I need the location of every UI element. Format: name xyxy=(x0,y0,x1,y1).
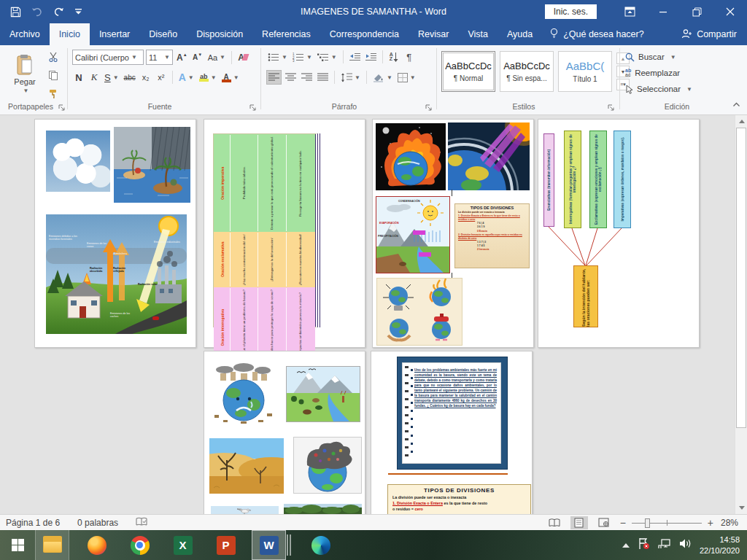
bullets-button[interactable]: ▼ xyxy=(266,50,289,64)
page-3[interactable]: CONDENSACIÓN EVAPORACIÓN PRECIPITACIÓN T… xyxy=(372,119,534,348)
bold-button[interactable]: N xyxy=(72,70,85,85)
start-button[interactable] xyxy=(0,530,35,560)
save-icon[interactable] xyxy=(10,7,21,18)
decrease-indent-button[interactable] xyxy=(348,50,362,64)
word-count[interactable]: 0 palabras xyxy=(69,518,127,528)
taskbar-chrome[interactable] xyxy=(123,530,157,560)
zoom-in-button[interactable]: + xyxy=(708,517,713,529)
find-button[interactable]: Buscar▼ xyxy=(625,50,676,64)
undo-icon[interactable] xyxy=(31,7,43,17)
tab-revisar[interactable]: Revisar xyxy=(409,23,458,45)
clear-formatting-button[interactable]: A xyxy=(236,50,249,65)
zoom-out-button[interactable]: − xyxy=(620,517,626,529)
restore-button[interactable] xyxy=(680,0,713,23)
vertical-scrollbar[interactable] xyxy=(735,115,747,514)
print-layout-button[interactable] xyxy=(570,516,588,529)
page-2[interactable]: Oración imperativa Prohibido talar árbol… xyxy=(204,119,365,348)
taskbar-powerpoint[interactable]: P xyxy=(209,530,243,560)
web-layout-button[interactable] xyxy=(595,516,613,529)
hidden-icons-chevron[interactable] xyxy=(622,543,630,548)
page-6[interactable]: Uno de los problemas ambientales más fue… xyxy=(371,351,533,514)
zoom-slider[interactable]: − + xyxy=(620,517,713,529)
taskbar-word[interactable]: W xyxy=(252,530,286,560)
numbering-button[interactable]: 123▼ xyxy=(291,50,314,64)
change-case-button[interactable]: Aa▼ xyxy=(206,50,227,65)
tab-correspondencia[interactable]: Correspondencia xyxy=(320,23,409,45)
line-spacing-button[interactable]: ▼ xyxy=(339,70,362,85)
taskbar-edge[interactable] xyxy=(303,530,338,560)
text-effects-button[interactable]: A▼ xyxy=(177,70,196,85)
paste-button[interactable]: Pegar ▼ xyxy=(4,48,45,99)
font-dialog-launcher[interactable] xyxy=(249,104,257,111)
scroll-down-button[interactable] xyxy=(735,502,747,514)
zoom-slider-thumb[interactable] xyxy=(645,518,650,528)
sign-in-button[interactable]: Inic. ses. xyxy=(545,4,597,19)
style-titulo-1[interactable]: AaBbC( Título 1 xyxy=(558,51,612,92)
tab-referencias[interactable]: Referencias xyxy=(252,23,320,45)
underline-button[interactable]: S▼ xyxy=(103,70,120,85)
clipboard-dialog-launcher[interactable] xyxy=(58,104,66,111)
align-right-button[interactable] xyxy=(300,70,314,85)
show-paragraph-marks-button[interactable]: ¶ xyxy=(403,50,416,64)
scroll-up-button[interactable] xyxy=(735,115,747,128)
tab-disposicion[interactable]: Disposición xyxy=(187,23,252,45)
ribbon-display-options-button[interactable] xyxy=(613,0,646,23)
tab-archivo[interactable]: Archivo xyxy=(0,23,50,45)
page-1[interactable]: Emisiones debidas a los incendios forest… xyxy=(34,119,196,348)
page-indicator[interactable]: Página 1 de 6 xyxy=(0,518,69,528)
taskbar-firefox[interactable] xyxy=(80,530,114,560)
customize-qat-icon[interactable] xyxy=(74,8,82,15)
paragraph-dialog-launcher[interactable] xyxy=(425,104,433,111)
justify-button[interactable] xyxy=(316,70,330,85)
volume-icon[interactable] xyxy=(679,538,692,552)
strikethrough-button[interactable]: abc xyxy=(123,70,137,85)
shrink-font-button[interactable]: A▼ xyxy=(191,50,204,65)
collapse-ribbon-button[interactable] xyxy=(732,101,740,108)
increase-indent-button[interactable] xyxy=(364,50,378,64)
network-icon[interactable] xyxy=(658,538,671,552)
tab-inicio[interactable]: Inicio xyxy=(50,23,90,45)
minimize-button[interactable] xyxy=(646,0,680,23)
replace-button[interactable]: abac Reemplazar xyxy=(625,66,680,80)
superscript-button[interactable]: x² xyxy=(155,70,168,85)
tab-ayuda[interactable]: Ayuda xyxy=(498,23,542,45)
shading-button[interactable]: ▼ xyxy=(371,70,394,85)
page-4[interactable]: Enunciativas (transmiten información) In… xyxy=(538,119,700,348)
tab-insertar[interactable]: Insertar xyxy=(90,23,139,45)
zoom-level[interactable]: 28% xyxy=(721,518,743,528)
multilevel-list-button[interactable]: ▼ xyxy=(316,50,338,64)
share-button[interactable]: Compartir xyxy=(697,29,737,39)
taskbar-file-explorer[interactable] xyxy=(35,530,69,560)
style-sin-espaciado[interactable]: AaBbCcDc ¶ Sin espa... xyxy=(500,51,554,92)
tell-me-box[interactable]: ¿Qué desea hacer? xyxy=(542,23,651,45)
notification-flag-icon[interactable] xyxy=(638,537,650,553)
font-name-combo[interactable]: Calibri (Cuerpo▼ xyxy=(72,50,144,65)
align-left-button[interactable] xyxy=(266,70,282,85)
subscript-button[interactable]: x₂ xyxy=(139,70,152,85)
highlight-button[interactable]: ab▼ xyxy=(198,70,218,85)
window-peek-separator xyxy=(290,534,291,556)
font-size-combo[interactable]: 11▼ xyxy=(146,50,173,65)
close-button[interactable] xyxy=(713,0,747,23)
copy-button[interactable] xyxy=(47,68,60,82)
cut-button[interactable] xyxy=(47,50,60,64)
taskbar-clock[interactable]: 14:58 22/10/2020 xyxy=(700,534,740,556)
italic-button[interactable]: K xyxy=(88,70,101,85)
page-5[interactable] xyxy=(204,351,365,514)
proofing-icon[interactable] xyxy=(127,517,156,529)
read-mode-button[interactable] xyxy=(546,516,563,529)
styles-dialog-launcher[interactable] xyxy=(608,104,615,111)
taskbar-excel[interactable]: X xyxy=(166,530,200,560)
borders-button[interactable]: ▼ xyxy=(396,70,417,85)
select-button[interactable]: Seleccionar▼ xyxy=(625,82,692,96)
tab-vista[interactable]: Vista xyxy=(458,23,498,45)
style-normal[interactable]: AaBbCcDc ¶ Normal xyxy=(441,51,495,92)
format-painter-button[interactable] xyxy=(47,86,60,101)
scrollbar-thumb[interactable] xyxy=(736,128,746,428)
redo-icon[interactable] xyxy=(53,7,64,18)
sort-button[interactable]: AZ xyxy=(387,50,400,64)
grow-font-button[interactable]: A▲ xyxy=(175,50,189,65)
font-color-button[interactable]: A▼ xyxy=(220,70,241,85)
align-center-button[interactable] xyxy=(284,70,298,85)
tab-diseno[interactable]: Diseño xyxy=(139,23,187,45)
